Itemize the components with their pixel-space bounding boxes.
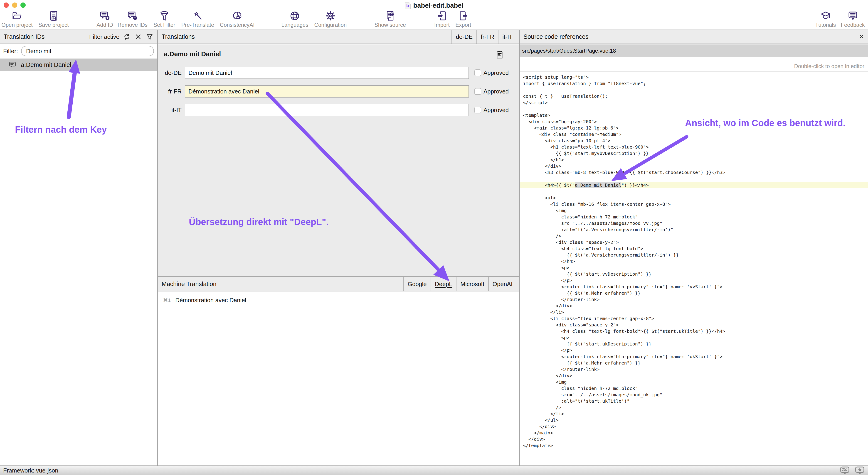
toolbar-languages[interactable]: Languages (281, 10, 308, 28)
lang-label-fr: fr-FR (162, 88, 182, 95)
code-line: <div class="space-y-2"> (520, 239, 868, 245)
source-references-header: Source code references ✕ (520, 30, 868, 44)
translation-id-bubble-icon (8, 61, 17, 69)
filter-label: Filter: (3, 48, 18, 55)
code-line: <h4>{{ $t("a.Demo mit Daniel") }}</h4> (520, 182, 868, 188)
toolbar-feedback[interactable]: Feedback (841, 10, 865, 28)
code-line: src="../../assets/images/mood_uk.jpg" (520, 392, 868, 398)
approved-label-it: Approved (484, 107, 509, 114)
code-line: </div> (520, 372, 868, 379)
code-line: <div class="container-medium"> (520, 131, 868, 137)
filter-funnel-icon (159, 10, 170, 21)
code-area-divider (520, 71, 868, 71)
toolbar-import[interactable]: Import (434, 10, 450, 28)
code-line: <ul> (520, 195, 868, 201)
open-folder-icon (11, 10, 23, 21)
source-document-icon (385, 10, 396, 21)
comment-note-icon[interactable] (495, 49, 504, 60)
mt-provider-tab-openai[interactable]: OpenAI (488, 277, 515, 291)
code-line: </template> (520, 442, 868, 449)
source-reference-path: src/pages/start/GuestStartPage.vue:18 (522, 48, 616, 54)
close-panel-icon[interactable]: ✕ (859, 33, 864, 40)
mt-provider-tab-google[interactable]: Google (403, 277, 431, 291)
mt-provider-tabs: Google DeepL Microsoft OpenAI (403, 277, 515, 291)
translation-row-de: de-DE Approved (158, 67, 519, 79)
graduation-cap-icon (820, 10, 831, 21)
mt-provider-tab-microsoft[interactable]: Microsoft (456, 277, 488, 291)
filter-input[interactable] (21, 46, 154, 56)
toolbar-consistency-ai[interactable]: ConsistencyAI (220, 10, 254, 28)
toolbar-configuration[interactable]: Configuration (314, 10, 347, 28)
code-line: class="hidden h-72 md:block" (520, 214, 868, 220)
language-tab-fr[interactable]: fr-FR (476, 30, 498, 43)
clear-filter-icon[interactable] (134, 33, 142, 41)
language-tab-it[interactable]: it-IT (498, 30, 515, 43)
code-line: </li> (520, 309, 868, 315)
approved-checkbox-de[interactable] (474, 69, 481, 76)
rate-star-icon[interactable] (855, 466, 865, 475)
translation-ids-title: Translation IDs (4, 33, 45, 40)
code-line: {{ $t("a.Mehr erfahren") }} (520, 290, 868, 296)
translation-input-it[interactable] (185, 104, 469, 116)
toolbar-export[interactable]: Export (455, 10, 471, 28)
toolbar-remove-ids[interactable]: Remove IDs (118, 10, 148, 28)
code-line: {{ $t("start.myvbvDescription") }} (520, 150, 868, 157)
toolbar-pre-translate[interactable]: Pre-Translate (181, 10, 214, 28)
refresh-icon[interactable] (123, 33, 131, 41)
mt-provider-tab-deepl[interactable]: DeepL (431, 277, 456, 291)
approved-checkbox-fr[interactable] (474, 88, 481, 95)
entry-id-title: a.Demo mit Daniel (164, 50, 221, 58)
code-line: <li class="mb-16 flex items-center gap-x… (520, 201, 868, 207)
translation-input-de[interactable] (185, 67, 469, 79)
code-line: </router-link> (520, 296, 868, 303)
toolbar-open-project[interactable]: Open project (1, 10, 32, 28)
source-reference-item[interactable]: src/pages/start/GuestStartPage.vue:18 (520, 44, 868, 57)
toolbar: Open project Save project Add ID (0, 10, 868, 30)
code-line: {{ $t("start.vvDescription") }} (520, 271, 868, 277)
code-line: </h1> (520, 157, 868, 163)
code-line: <script setup lang="ts"> (520, 74, 868, 80)
toolbar-add-id[interactable]: Add ID (96, 10, 113, 28)
translation-id-item[interactable]: a.Demo mit Daniel (0, 59, 157, 71)
code-line: src="../../assets/images/mood_vv.jpg" (520, 220, 868, 226)
globe-icon (289, 10, 300, 21)
code-line: import { useTranslation } from "i18next-… (520, 80, 868, 87)
brain-check-icon (232, 10, 243, 21)
status-bar: Framework: vue-json (0, 466, 868, 475)
code-line: {{ $t("a.Mehr erfahren") }} (520, 360, 868, 366)
translations-header: Translations de-DE fr-FR it-IT (158, 30, 519, 44)
translation-input-fr[interactable] (185, 85, 469, 98)
toolbar-save-project[interactable]: Save project (38, 10, 68, 28)
code-line (520, 176, 868, 182)
mt-suggestion-row[interactable]: ⌘1 Démonstration avec Daniel (163, 297, 246, 304)
code-line: <h3 class="mb-8 text-blue-900">{{ $t("st… (520, 169, 868, 176)
code-line: <img (520, 379, 868, 385)
magic-wand-icon (192, 10, 203, 21)
toolbar-tutorials[interactable]: Tutorials (815, 10, 836, 28)
translation-row-fr: fr-FR Approved (158, 85, 519, 98)
gear-icon (325, 10, 336, 21)
language-tab-de[interactable]: de-DE (452, 30, 476, 43)
changes-bubble-icon[interactable] (840, 466, 850, 475)
babel-file-icon: b (405, 2, 411, 9)
toolbar-set-filter[interactable]: Set Filter (153, 10, 175, 28)
machine-translation-title: Machine Translation (162, 281, 217, 287)
translations-panel: Translations de-DE fr-FR it-IT a.Demo mi… (158, 30, 519, 466)
code-line (520, 87, 868, 93)
code-line: </router-link> (520, 366, 868, 372)
titlebar: b babel-edit.babel (0, 0, 868, 10)
code-line: </li> (520, 411, 868, 417)
code-line: /> (520, 404, 868, 411)
machine-translation-results: ⌘1 Démonstration avec Daniel (158, 292, 519, 466)
toolbar-show-source[interactable]: Show source (375, 10, 406, 28)
approved-checkbox-it[interactable] (474, 107, 481, 113)
code-line: <h4 class="text-lg font-bold"> (520, 245, 868, 252)
mt-shortcut-badge: ⌘1 (163, 297, 171, 303)
code-line: </ul> (520, 417, 868, 423)
code-line: <li class="flex items-center gap-x-8"> (520, 315, 868, 321)
code-line: <p> (520, 265, 868, 271)
import-icon (436, 10, 447, 21)
mt-suggestion-text: Démonstration avec Daniel (175, 297, 246, 304)
filter-funnel-small-icon[interactable] (146, 33, 153, 41)
code-line (520, 188, 868, 195)
